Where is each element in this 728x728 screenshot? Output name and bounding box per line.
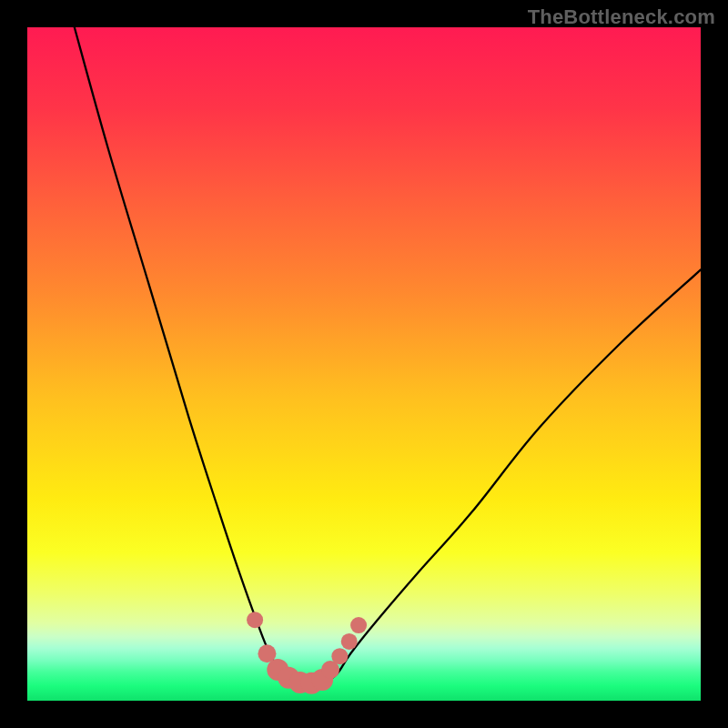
watermark-text: TheBottleneck.com bbox=[528, 5, 715, 29]
data-marker bbox=[331, 648, 348, 664]
data-marker bbox=[341, 633, 358, 650]
bottleneck-chart bbox=[27, 27, 701, 701]
chart-frame: TheBottleneck.com bbox=[0, 0, 728, 728]
data-marker bbox=[350, 617, 367, 633]
data-marker bbox=[247, 612, 263, 628]
plot-area bbox=[27, 27, 701, 701]
